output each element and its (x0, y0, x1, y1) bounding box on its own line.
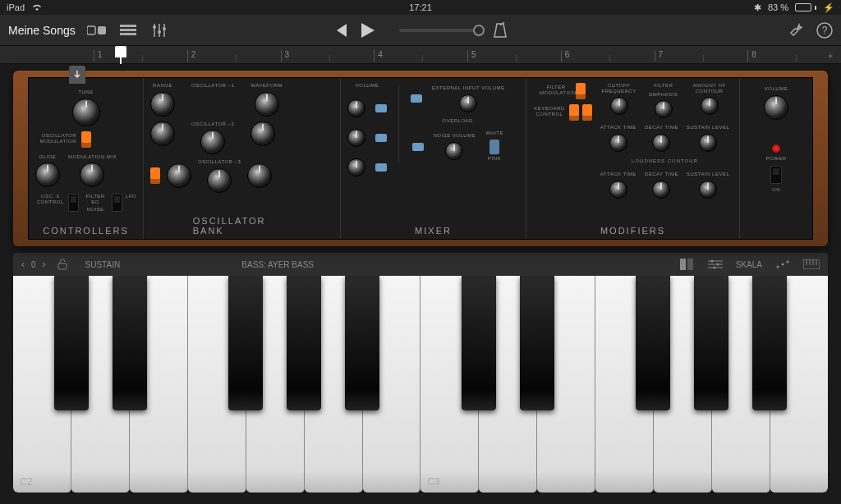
section-title: MODIFIERS (600, 226, 665, 236)
power-switch[interactable] (770, 166, 782, 184)
clock: 17:21 (409, 2, 432, 12)
osc3-range-knob[interactable] (167, 163, 191, 188)
section-title: MIXER (415, 226, 452, 236)
charging-icon: ⚡ (823, 2, 834, 13)
osc2-freq-knob[interactable] (200, 130, 225, 154)
bar-marker: 5 (467, 50, 561, 62)
black-key[interactable] (694, 276, 728, 410)
osc1-wave-knob[interactable] (255, 92, 279, 117)
section-oscillator: RANGE OSCILLATOR –1FREQUENCY WAVEFORM OS… (144, 78, 341, 239)
black-key[interactable] (520, 276, 554, 410)
osc2-range-knob[interactable] (150, 121, 175, 146)
svg-point-7 (163, 27, 166, 30)
metronome-button[interactable] (493, 22, 508, 39)
osc1-on-switch[interactable] (375, 104, 387, 112)
section-output: VOLUME POWER ON (740, 78, 812, 239)
browser-view-icon[interactable] (87, 21, 107, 40)
svg-rect-1 (98, 26, 106, 34)
osc3-wave-knob[interactable] (247, 163, 272, 188)
collapse-panel-button[interactable] (69, 66, 85, 84)
cutoff-knob[interactable] (610, 97, 628, 115)
osc2-on-switch[interactable] (375, 134, 387, 142)
section-controllers: TUNE OSCILLATOR MODULATION GLIDE MODULAT… (29, 78, 144, 239)
black-key[interactable] (113, 276, 147, 410)
filter-sustain-knob[interactable] (699, 134, 717, 152)
glide-knob[interactable] (35, 163, 60, 187)
black-key[interactable] (345, 276, 379, 410)
keyboard-toolbar: ‹ 0 › SUSTAIN BASS: AYER BASS SKALA (13, 253, 828, 276)
filter-decay-knob[interactable] (652, 134, 670, 152)
glissando-icon[interactable] (680, 259, 695, 270)
bluetooth-icon: ✱ (754, 2, 761, 13)
timeline-ruler[interactable]: 1 2 3 4 5 6 7 8 ＋ (0, 46, 841, 64)
octave-down-button[interactable]: ‹ (21, 259, 25, 270)
kbd-ctrl-switch2[interactable] (582, 104, 592, 121)
filter-mod-switch[interactable] (576, 83, 586, 99)
help-button[interactable]: ? (816, 22, 833, 39)
tracks-view-icon[interactable] (118, 21, 138, 40)
arpeggiator-icon[interactable] (775, 260, 790, 268)
contour-amt-knob[interactable] (701, 97, 719, 115)
section-title: OSCILLATOR BANK (193, 216, 292, 236)
osc2-vol-knob[interactable] (347, 129, 365, 147)
osc3-control-switch[interactable] (68, 194, 79, 212)
filter-attack-knob[interactable] (609, 134, 627, 152)
ext-on-switch[interactable] (411, 94, 422, 103)
noise-vol-knob[interactable] (445, 142, 463, 160)
svg-point-17 (782, 263, 784, 266)
svg-point-14 (716, 263, 719, 266)
svg-rect-11 (680, 259, 686, 270)
svg-rect-4 (120, 33, 136, 35)
settings-wrench-icon[interactable] (788, 22, 805, 39)
osc2-wave-knob[interactable] (250, 121, 275, 146)
section-mixer: VOLUME EXTERNAL INPUT VOLUME OVERLOAD NO… (341, 78, 526, 239)
osc1-vol-knob[interactable] (347, 99, 365, 117)
svg-point-15 (713, 267, 715, 269)
synth-panel: TUNE OSCILLATOR MODULATION GLIDE MODULAT… (13, 71, 828, 246)
ext-vol-knob[interactable] (459, 94, 477, 112)
svg-rect-19 (803, 259, 820, 269)
noise-lfo-switch[interactable] (112, 194, 122, 212)
osc1-range-knob[interactable] (150, 92, 175, 117)
osc3-freq-knob[interactable] (207, 168, 232, 193)
bar-marker: 7 (655, 50, 748, 62)
add-section-button[interactable]: ＋ (826, 50, 834, 62)
svg-rect-0 (87, 26, 95, 34)
amp-sustain-knob[interactable] (699, 181, 717, 199)
amp-attack-knob[interactable] (609, 181, 627, 199)
lock-icon[interactable] (57, 259, 67, 270)
black-key[interactable] (636, 276, 670, 410)
play-button[interactable] (361, 23, 375, 38)
emphasis-knob[interactable] (655, 100, 673, 118)
bar-marker: 4 (374, 50, 467, 62)
svg-point-6 (158, 30, 161, 34)
keyboard-layout-icon[interactable] (803, 259, 820, 269)
amp-decay-knob[interactable] (652, 181, 670, 199)
mixer-view-icon[interactable] (149, 21, 169, 40)
tune-knob[interactable] (72, 99, 100, 126)
osc3-on-switch[interactable] (375, 163, 387, 172)
modmix-knob[interactable] (80, 163, 104, 187)
black-key[interactable] (752, 276, 787, 410)
sustain-button[interactable]: SUSTAIN (79, 259, 127, 271)
osc3-vol-knob[interactable] (347, 158, 365, 176)
preset-name[interactable]: BASS: AYER BASS (187, 260, 368, 269)
octave-up-button[interactable]: › (43, 259, 46, 270)
bar-marker: 6 (561, 50, 655, 62)
scale-label[interactable]: SKALA (736, 260, 762, 269)
osc3-switch[interactable] (150, 167, 160, 184)
noise-on-switch[interactable] (412, 143, 424, 151)
master-volume-slider[interactable] (399, 29, 481, 32)
rewind-button[interactable] (333, 24, 348, 37)
svg-point-18 (787, 261, 789, 263)
black-key[interactable] (462, 276, 496, 410)
noise-color-switch[interactable] (489, 140, 499, 154)
main-volume-knob[interactable] (764, 95, 788, 120)
osc-modulation-switch[interactable] (81, 131, 91, 148)
black-key[interactable] (228, 276, 263, 410)
my-songs-button[interactable]: Meine Songs (8, 24, 76, 37)
black-key[interactable] (287, 276, 321, 410)
black-key[interactable] (54, 276, 89, 410)
kbd-ctrl-switch1[interactable] (569, 104, 579, 121)
keyboard-controls-icon[interactable] (708, 259, 723, 269)
